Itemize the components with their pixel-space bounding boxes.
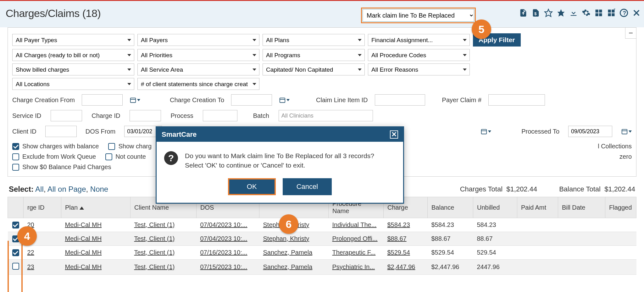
sort-asc-icon	[80, 207, 84, 210]
confirm-modal: SmartCare ✕ ? Do you want to Mark claim …	[156, 126, 404, 204]
modal-line2: Select 'OK' to continue or 'Cancel' to e…	[185, 161, 374, 170]
clinician-link[interactable]: Sanchez, Pamela	[263, 263, 313, 270]
row-checkbox[interactable]	[12, 263, 19, 270]
programs-select[interactable]: All Programs	[263, 49, 365, 61]
clinician-link[interactable]: Sanchez, Pamela	[263, 249, 313, 256]
modal-close-button[interactable]: ✕	[390, 130, 398, 139]
procedure-link[interactable]: Therapeutic F...	[332, 249, 376, 256]
export-icon[interactable]	[519, 8, 528, 17]
ok-button[interactable]: OK	[230, 181, 273, 193]
service-id-input[interactable]	[51, 110, 82, 121]
help-icon[interactable]: ?	[619, 8, 628, 17]
col-paid[interactable]: Paid Amt	[517, 197, 558, 218]
error-reasons-select[interactable]: All Error Reasons	[368, 63, 470, 75]
calendar-icon[interactable]	[279, 96, 290, 103]
charge-link[interactable]: $88.67	[387, 235, 407, 242]
row-checkbox[interactable]	[12, 249, 19, 256]
col-flagged[interactable]: Flagged	[605, 197, 636, 218]
clinicians-input[interactable]	[279, 110, 373, 121]
procedure-link[interactable]: Prolonged Offi...	[332, 235, 378, 242]
charge-id-input[interactable]	[130, 110, 161, 121]
col-unbilled[interactable]: Unbilled	[473, 197, 517, 218]
claim-line-label: Claim Line Item ID	[316, 96, 368, 104]
process-input[interactable]	[203, 110, 237, 121]
show-balance-check[interactable]: Show charges with balance	[12, 143, 99, 150]
procedure-codes-select[interactable]: All Procedure Codes	[368, 49, 470, 61]
procedure-link[interactable]: Psychiatric In...	[332, 263, 375, 270]
charges-ready-select[interactable]: All Charges (ready to bill or not)	[12, 49, 134, 61]
balance-cell: $584.23	[428, 218, 473, 232]
col-charge-id[interactable]: rge ID	[24, 197, 61, 218]
row-checkbox[interactable]	[12, 222, 19, 229]
plan-link[interactable]: Medi-Cal MH	[65, 221, 102, 228]
payers-select[interactable]: All Payers	[137, 34, 259, 46]
charge-id-link[interactable]: 23	[27, 263, 34, 270]
client-id-input[interactable]	[45, 126, 77, 137]
charge-from-input[interactable]	[82, 94, 123, 106]
charge-link[interactable]: $529.54	[387, 249, 410, 256]
charge-id-label: Charge ID	[92, 112, 120, 119]
select-none-link[interactable]: None	[90, 185, 108, 193]
processed-to-input[interactable]	[568, 126, 612, 137]
payer-claim-input[interactable]	[488, 94, 545, 106]
cancel-button[interactable]: Cancel	[283, 178, 332, 195]
capitated-select[interactable]: Capitated/ Non Capitated	[263, 63, 365, 75]
financial-assignment-select[interactable]: Financial Assignment...	[368, 34, 470, 46]
payer-types-select[interactable]: All Payer Types	[12, 34, 134, 46]
star-outline-icon[interactable]	[544, 8, 553, 17]
stmt-count-select[interactable]: # of client statements since charge crea…	[137, 78, 259, 90]
charge-from-label: Charge Creation From	[12, 96, 75, 104]
dos-link[interactable]: 07/15/2023 10:...	[200, 263, 247, 270]
grid-icon[interactable]	[594, 8, 603, 17]
col-plan[interactable]: Plan	[61, 197, 130, 218]
client-link[interactable]: Test, Client (1)	[134, 221, 175, 228]
client-link[interactable]: Test, Client (1)	[134, 249, 175, 256]
calendar-icon[interactable]	[480, 128, 491, 135]
callout-6: 6	[279, 214, 298, 234]
select-all-link[interactable]: All	[35, 185, 44, 193]
locations-select[interactable]: All Locations	[12, 78, 134, 90]
priorities-select[interactable]: All Priorities	[137, 49, 259, 61]
clinician-link[interactable]: Stephan, Khristy	[263, 235, 309, 242]
charge-id-link[interactable]: 22	[27, 249, 34, 256]
client-link[interactable]: Test, Client (1)	[134, 235, 175, 242]
plans-select[interactable]: All Plans	[263, 34, 365, 46]
action-select[interactable]: Mark claim line To Be Replaced	[363, 9, 474, 22]
client-link[interactable]: Test, Client (1)	[134, 263, 175, 270]
not-count-check[interactable]: Not counte	[105, 153, 146, 160]
billed-select[interactable]: Show billed charges	[12, 63, 134, 75]
gear-icon[interactable]	[582, 8, 591, 17]
collapse-panel-button[interactable]: −	[625, 27, 636, 39]
grid-plus-icon[interactable]: +	[607, 8, 616, 17]
close-icon[interactable]	[632, 8, 641, 17]
plan-link[interactable]: Medi-Cal MH	[65, 235, 102, 242]
service-area-select[interactable]: All Service Area	[137, 63, 259, 75]
download-icon[interactable]	[569, 8, 578, 17]
calendar-icon[interactable]	[621, 128, 632, 135]
dos-link[interactable]: 07/04/2023 10:...	[200, 235, 247, 242]
col-bill-date[interactable]: Bill Date	[558, 197, 605, 218]
col-balance[interactable]: Balance	[428, 197, 473, 218]
charge-to-input[interactable]	[231, 94, 272, 106]
table-row: 22Medi-Cal MHTest, Client (1)07/16/2023 …	[8, 246, 636, 260]
charge-link[interactable]: $584.23	[387, 221, 410, 228]
dos-link[interactable]: 07/16/2023 10:...	[200, 249, 247, 256]
show-charg-check[interactable]: Show charg	[108, 143, 152, 150]
plan-link[interactable]: Medi-Cal MH	[65, 249, 102, 256]
calendar-icon[interactable]	[130, 96, 140, 103]
dos-link[interactable]: 07/04/2023 10:...	[200, 221, 247, 228]
select-page-link[interactable]: All on Page	[47, 185, 86, 193]
star-filled-icon[interactable]	[557, 8, 565, 17]
client-id-label: Client ID	[12, 128, 36, 135]
batch-label: Batch	[253, 112, 269, 119]
zero-paid-check[interactable]: Show $0 Balance Paid Charges	[12, 163, 111, 171]
claim-line-input[interactable]	[375, 94, 425, 106]
charge-link[interactable]: $2,447.96	[387, 263, 415, 270]
exclude-check[interactable]: Exclude from Work Queue	[12, 153, 96, 160]
charges-total-label: Charges Total	[460, 185, 502, 193]
procedure-link[interactable]: Individual The...	[332, 221, 377, 228]
svg-text:?: ?	[623, 10, 626, 16]
dollar-file-icon[interactable]: $	[531, 8, 540, 17]
unbilled-cell: 88.67	[473, 232, 517, 246]
plan-link[interactable]: Medi-Cal MH	[65, 263, 102, 270]
